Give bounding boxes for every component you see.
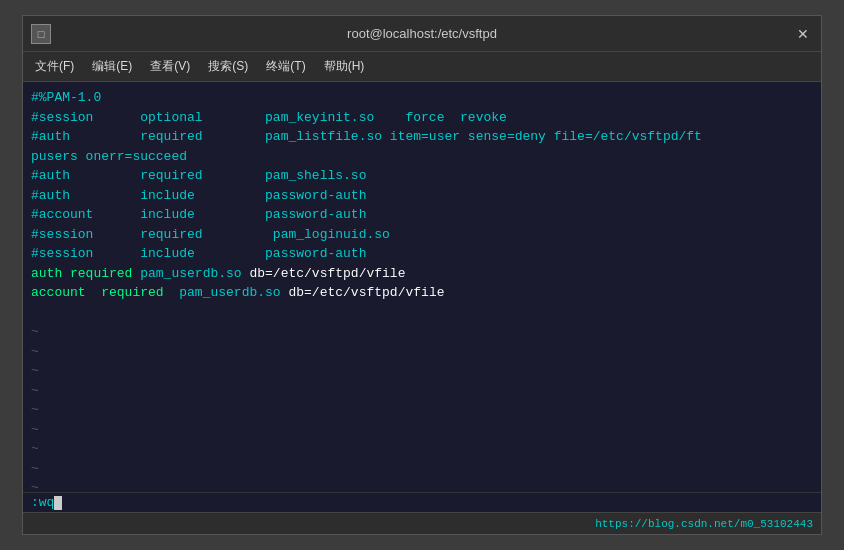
terminal-window: □ root@localhost:/etc/vsftpd ✕ 文件(F) 编辑(… [22,15,822,535]
cursor [54,496,62,510]
terminal-text: #%PAM-1.0 #session optional pam_keyinit.… [23,82,821,492]
menubar: 文件(F) 编辑(E) 查看(V) 搜索(S) 终端(T) 帮助(H) [23,52,821,82]
menu-search[interactable]: 搜索(S) [200,55,256,78]
close-button[interactable]: ✕ [793,24,813,44]
command-text: :wq [31,495,54,510]
window-title: root@localhost:/etc/vsftpd [347,26,497,41]
menu-help[interactable]: 帮助(H) [316,55,373,78]
command-line[interactable]: :wq [23,492,821,512]
statusbar: https://blog.csdn.net/m0_53102443 [23,512,821,534]
status-url: https://blog.csdn.net/m0_53102443 [595,518,813,530]
terminal-body[interactable]: #%PAM-1.0 #session optional pam_keyinit.… [23,82,821,492]
menu-view[interactable]: 查看(V) [142,55,198,78]
menu-edit[interactable]: 编辑(E) [84,55,140,78]
titlebar: □ root@localhost:/etc/vsftpd ✕ [23,16,821,52]
menu-file[interactable]: 文件(F) [27,55,82,78]
window-icon: □ [31,24,51,44]
menu-terminal[interactable]: 终端(T) [258,55,313,78]
